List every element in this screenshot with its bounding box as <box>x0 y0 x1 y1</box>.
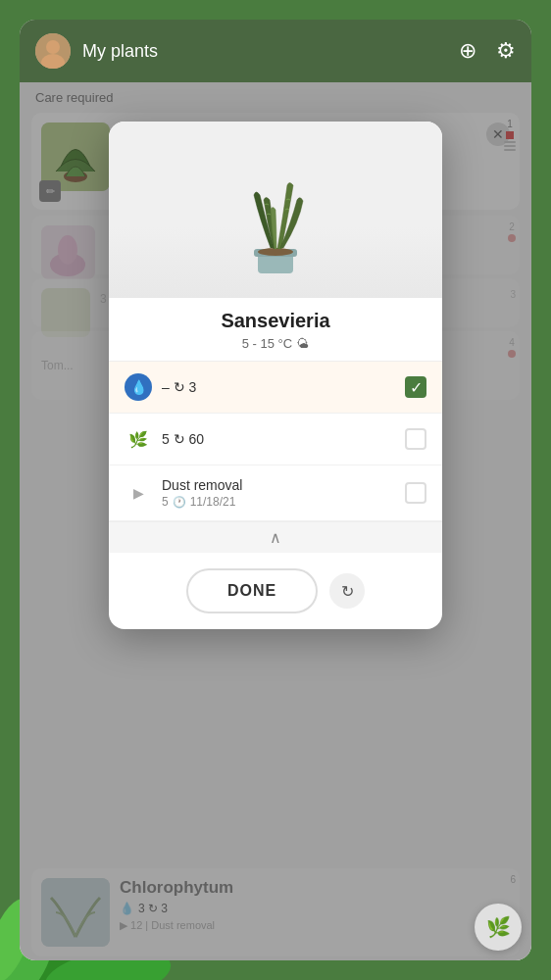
task-water-checkbox[interactable]: ✓ <box>405 376 426 398</box>
fert-task-icon: 🌿 <box>125 425 152 453</box>
modal-plant-name: Sansevieria <box>109 298 442 336</box>
sansevieria-illustration <box>217 146 334 283</box>
modal: Sansevieria 5 - 15 °C 🌤 💧 – ↻ 3 ✓ <box>109 122 442 629</box>
collapse-bar[interactable]: ∧ <box>109 521 442 553</box>
modal-task-list: 💧 – ↻ 3 ✓ 🌿 5 ↻ 60 <box>109 362 442 521</box>
header-title: My plants <box>82 41 439 62</box>
task-water-text: – ↻ 3 <box>162 379 395 395</box>
fab-icon: 🌿 <box>486 915 511 939</box>
task-fert-text: 5 ↻ 60 <box>162 431 395 447</box>
task-fert-checkbox[interactable] <box>405 428 426 450</box>
task-dust[interactable]: ▶ Dust removal 5 🕐 11/18/21 <box>109 466 442 521</box>
task-dust-checkbox[interactable] <box>405 482 426 504</box>
water-task-icon: 💧 <box>125 373 152 401</box>
modal-plant-image <box>109 122 442 298</box>
task-fert-main: 5 ↻ 60 <box>162 431 395 447</box>
settings-icon[interactable]: ⚙ <box>496 38 516 64</box>
add-icon[interactable]: ⊕ <box>459 38 476 64</box>
fab-button[interactable]: 🌿 <box>475 904 522 951</box>
svg-point-16 <box>258 248 293 256</box>
dust-task-icon: ▶ <box>125 479 152 507</box>
task-water[interactable]: 💧 – ↻ 3 ✓ <box>109 362 442 414</box>
task-fertilize[interactable]: 🌿 5 ↻ 60 <box>109 414 442 466</box>
modal-temp: 5 - 15 °C 🌤 <box>109 336 442 362</box>
refresh-button[interactable]: ↻ <box>329 573 365 609</box>
collapse-icon: ∧ <box>270 529 281 546</box>
task-dust-sub: 5 🕐 11/18/21 <box>162 495 395 509</box>
task-water-main: – ↻ 3 <box>162 379 395 395</box>
modal-overlay: Sansevieria 5 - 15 °C 🌤 💧 – ↻ 3 ✓ <box>20 82 531 960</box>
done-button[interactable]: DONE <box>186 568 318 613</box>
task-dust-text: Dust removal 5 🕐 11/18/21 <box>162 477 395 509</box>
header: My plants ⊕ ⚙ <box>20 20 531 82</box>
avatar[interactable] <box>35 33 71 69</box>
svg-point-6 <box>46 40 60 54</box>
content-area: Care required ✏ Office 💧 <box>20 82 531 960</box>
modal-footer: DONE ↻ <box>109 553 442 629</box>
app-container: My plants ⊕ ⚙ Care required ✏ Office <box>20 20 531 960</box>
task-dust-main: Dust removal <box>162 477 395 493</box>
